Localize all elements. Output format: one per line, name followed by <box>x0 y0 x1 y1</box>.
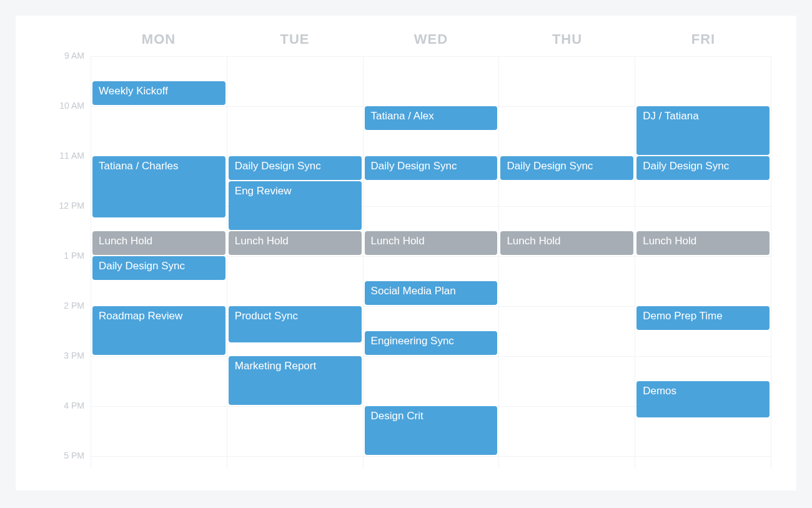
calendar-event[interactable]: Tatiana / Alex <box>365 106 498 130</box>
calendar-event[interactable]: Marketing Report <box>229 356 362 405</box>
hour-label: 12 PM <box>47 201 84 211</box>
day-column-thu[interactable]: Daily Design SyncLunch Hold <box>498 56 635 469</box>
event-title: Product Sync <box>235 310 298 322</box>
calendar-event[interactable]: Design Crit <box>365 406 498 455</box>
calendar-event[interactable]: Lunch Hold <box>92 231 225 255</box>
day-header-tue: TUE <box>227 31 363 56</box>
event-title: Social Media Plan <box>371 285 456 297</box>
calendar-event[interactable]: Daily Design Sync <box>365 156 498 180</box>
day-column-wed[interactable]: Tatiana / AlexDaily Design SyncLunch Hol… <box>363 56 499 469</box>
hour-label: 10 AM <box>47 101 84 111</box>
event-title: DJ / Tatiana <box>643 110 698 122</box>
event-title: Lunch Hold <box>643 235 696 247</box>
day-column-tue[interactable]: Daily Design SyncEng ReviewLunch HoldPro… <box>227 56 363 469</box>
day-column-fri[interactable]: DJ / TatianaDaily Design SyncLunch HoldD… <box>635 56 771 469</box>
calendar-grid: MONTUEWEDTHUFRI 9 AM10 AM11 AM12 PM1 PM2… <box>91 31 771 469</box>
event-title: Roadmap Review <box>99 310 182 322</box>
calendar-event[interactable]: Daily Design Sync <box>229 156 362 180</box>
calendar-card: MONTUEWEDTHUFRI 9 AM10 AM11 AM12 PM1 PM2… <box>16 16 796 491</box>
calendar-event[interactable]: Tatiana / Charles <box>92 156 225 217</box>
calendar-event[interactable]: Demos <box>636 381 770 417</box>
event-title: Lunch Hold <box>507 235 560 247</box>
calendar-event[interactable]: Social Media Plan <box>365 281 498 305</box>
calendar-event[interactable]: Demo Prep Time <box>636 306 770 330</box>
day-header-mon: MON <box>91 31 227 56</box>
event-title: Eng Review <box>235 185 292 197</box>
hour-label: 4 PM <box>47 401 84 411</box>
event-title: Lunch Hold <box>235 235 289 247</box>
hour-label: 5 PM <box>47 451 84 461</box>
event-title: Daily Design Sync <box>371 160 457 172</box>
day-column-mon[interactable]: Weekly KickoffTatiana / CharlesLunch Hol… <box>91 56 227 469</box>
calendar-event[interactable]: Lunch Hold <box>636 231 770 255</box>
day-header-fri: FRI <box>635 31 771 56</box>
calendar-event[interactable]: DJ / Tatiana <box>636 106 770 155</box>
event-title: Lunch Hold <box>371 235 425 247</box>
hour-label: 9 AM <box>47 51 84 61</box>
day-headers: MONTUEWEDTHUFRI <box>91 31 771 56</box>
calendar-event[interactable]: Lunch Hold <box>229 231 362 255</box>
hour-label: 3 PM <box>47 351 84 361</box>
calendar-event[interactable]: Weekly Kickoff <box>92 81 225 105</box>
event-title: Weekly Kickoff <box>99 85 168 97</box>
calendar-event[interactable]: Daily Design Sync <box>500 156 633 180</box>
hour-label: 11 AM <box>47 151 84 161</box>
event-title: Daily Design Sync <box>643 160 729 172</box>
calendar-event[interactable]: Engineering Sync <box>365 331 498 355</box>
day-header-thu: THU <box>499 31 635 56</box>
calendar-event[interactable]: Lunch Hold <box>500 231 633 255</box>
event-title: Tatiana / Charles <box>99 160 179 172</box>
calendar-event[interactable]: Product Sync <box>229 306 362 342</box>
calendar-event[interactable]: Daily Design Sync <box>636 156 770 180</box>
calendar-event[interactable]: Lunch Hold <box>365 231 498 255</box>
calendar-event[interactable]: Eng Review <box>229 181 362 230</box>
event-title: Lunch Hold <box>99 235 152 247</box>
event-title: Daily Design Sync <box>507 160 593 172</box>
event-title: Tatiana / Alex <box>371 110 434 122</box>
event-title: Engineering Sync <box>371 335 454 347</box>
event-title: Daily Design Sync <box>235 160 321 172</box>
event-title: Demos <box>643 385 676 397</box>
calendar-event[interactable]: Roadmap Review <box>92 306 225 355</box>
hour-label: 1 PM <box>47 251 84 261</box>
event-title: Marketing Report <box>235 360 316 372</box>
calendar-event[interactable]: Daily Design Sync <box>92 256 225 280</box>
event-title: Daily Design Sync <box>99 260 185 272</box>
day-columns: Weekly KickoffTatiana / CharlesLunch Hol… <box>91 56 771 469</box>
day-header-wed: WED <box>363 31 499 56</box>
event-title: Design Crit <box>371 410 423 422</box>
event-title: Demo Prep Time <box>643 310 723 322</box>
hour-label: 2 PM <box>47 301 84 311</box>
